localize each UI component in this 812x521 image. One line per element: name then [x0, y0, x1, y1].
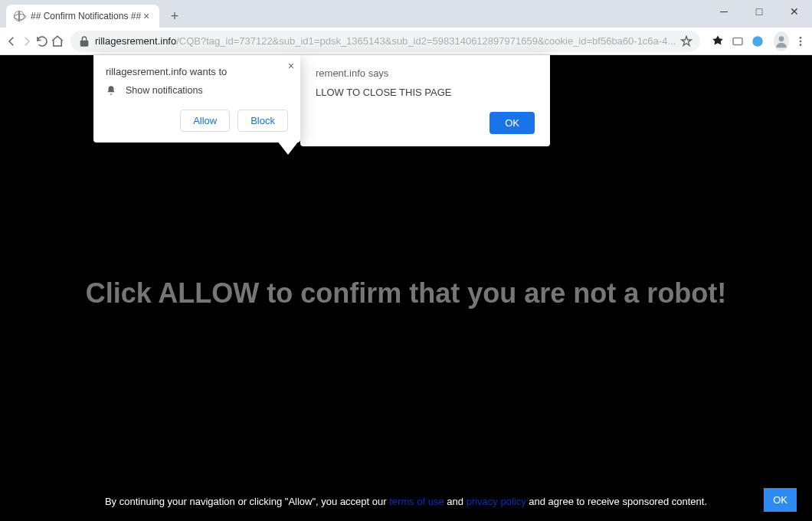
- extension-icon-3[interactable]: [751, 34, 765, 48]
- new-tab-button[interactable]: +: [164, 5, 185, 27]
- window-controls: ─ □ ✕: [706, 0, 812, 23]
- address-bar[interactable]: rillagesrement.info/CQB?tag_id=737122&su…: [70, 31, 700, 52]
- tab-title: ## Confirm Notifications ##: [31, 11, 141, 21]
- js-alert-dialog: rement.info says LLOW TO CLOSE THIS PAGE…: [300, 55, 550, 146]
- browser-titlebar: ## Confirm Notifications ## × + ─ □ ✕: [0, 0, 812, 28]
- reload-button[interactable]: [35, 30, 49, 53]
- permission-title: rillagesrement.info wants to: [106, 66, 288, 77]
- alert-ok-button[interactable]: OK: [489, 112, 535, 134]
- svg-point-5: [800, 44, 802, 46]
- svg-point-2: [779, 36, 784, 41]
- block-button[interactable]: Block: [237, 110, 288, 132]
- close-window-button[interactable]: ✕: [777, 0, 812, 23]
- permission-row: Show notifications: [106, 85, 288, 96]
- permission-actions: Allow Block: [106, 110, 288, 132]
- maximize-button[interactable]: □: [742, 0, 777, 23]
- profile-avatar[interactable]: [774, 31, 789, 51]
- footer-text-pre: By continuing your navigation or clickin…: [105, 496, 389, 507]
- hero-text: Click ALLOW to confirm that you are not …: [0, 277, 812, 310]
- privacy-link[interactable]: privacy policy: [467, 496, 526, 507]
- browser-toolbar: rillagesrement.info/CQB?tag_id=737122&su…: [0, 28, 812, 55]
- forward-button[interactable]: [20, 30, 34, 53]
- arrow-right-icon: [20, 34, 34, 48]
- lock-icon: [78, 35, 90, 48]
- close-tab-icon[interactable]: ×: [141, 11, 152, 21]
- terms-link[interactable]: terms of use: [389, 496, 444, 507]
- reload-icon: [35, 34, 49, 48]
- svg-point-3: [800, 37, 802, 39]
- back-button[interactable]: [5, 30, 18, 53]
- minimize-button[interactable]: ─: [706, 0, 742, 23]
- extension-icon-2[interactable]: [731, 34, 745, 48]
- extension-icons: [706, 34, 769, 48]
- bell-icon: [106, 85, 116, 96]
- alert-actions: OK: [316, 112, 535, 134]
- alert-body: LLOW TO CLOSE THIS PAGE: [316, 87, 535, 98]
- person-icon: [774, 34, 789, 49]
- bookmark-star-icon[interactable]: [680, 35, 692, 48]
- home-icon: [51, 34, 64, 48]
- consent-footer: By continuing your navigation or clickin…: [0, 482, 812, 521]
- alert-title: rement.info says: [316, 67, 535, 79]
- browser-tab[interactable]: ## Confirm Notifications ## ×: [6, 5, 159, 28]
- notification-permission-popup: × rillagesrement.info wants to Show noti…: [93, 55, 300, 143]
- globe-icon: [14, 11, 25, 21]
- footer-and: and: [444, 496, 467, 507]
- url-text: rillagesrement.info/CQB?tag_id=737122&su…: [95, 35, 676, 47]
- svg-rect-0: [733, 38, 742, 44]
- allow-button[interactable]: Allow: [180, 110, 230, 132]
- extension-icon-1[interactable]: [711, 34, 725, 48]
- browser-menu-button[interactable]: [794, 30, 807, 53]
- consent-ok-button[interactable]: OK: [764, 488, 797, 512]
- permission-item-text: Show notifications: [126, 85, 203, 96]
- home-button[interactable]: [51, 30, 64, 53]
- arrow-left-icon: [5, 34, 18, 48]
- svg-point-1: [752, 36, 763, 47]
- svg-point-4: [800, 40, 802, 42]
- dots-vertical-icon: [794, 35, 807, 48]
- footer-text-post: and agree to receive sponsored content.: [526, 496, 707, 507]
- popup-close-icon[interactable]: ×: [288, 60, 294, 72]
